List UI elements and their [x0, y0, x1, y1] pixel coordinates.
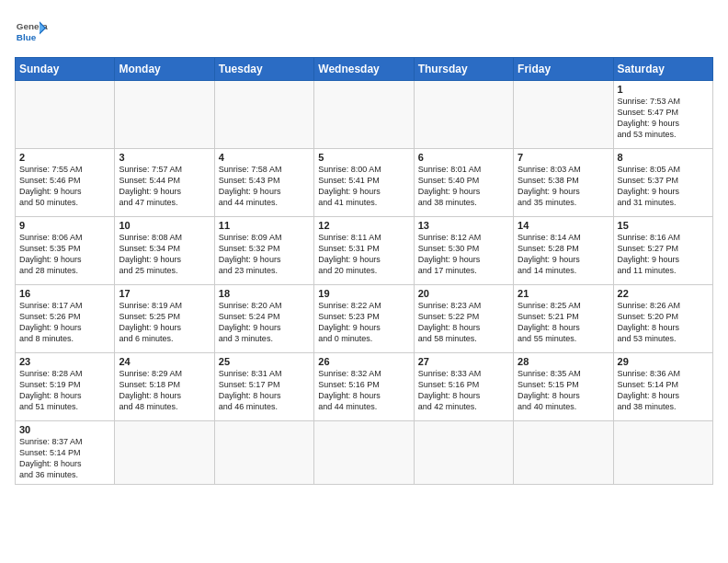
day-number: 17 [119, 288, 210, 299]
calendar-cell: 4Sunrise: 7:58 AMSunset: 5:43 PMDaylight… [214, 149, 313, 217]
day-number: 2 [19, 152, 110, 163]
calendar-cell: 17Sunrise: 8:19 AMSunset: 5:25 PMDayligh… [115, 285, 214, 353]
day-info: Sunrise: 8:32 AMSunset: 5:16 PMDaylight:… [318, 368, 409, 413]
calendar-cell: 2Sunrise: 7:55 AMSunset: 5:46 PMDaylight… [16, 149, 115, 217]
day-number: 29 [618, 356, 709, 367]
calendar-cell: 5Sunrise: 8:00 AMSunset: 5:41 PMDaylight… [314, 149, 414, 217]
calendar-cell: 18Sunrise: 8:20 AMSunset: 5:24 PMDayligh… [214, 285, 313, 353]
day-info: Sunrise: 8:11 AMSunset: 5:31 PMDaylight:… [318, 232, 409, 277]
calendar: SundayMondayTuesdayWednesdayThursdayFrid… [15, 57, 713, 485]
calendar-cell: 9Sunrise: 8:06 AMSunset: 5:35 PMDaylight… [16, 217, 115, 285]
calendar-cell: 12Sunrise: 8:11 AMSunset: 5:31 PMDayligh… [314, 217, 414, 285]
weekday-saturday: Saturday [613, 58, 712, 81]
day-info: Sunrise: 8:19 AMSunset: 5:25 PMDaylight:… [119, 300, 210, 345]
day-number: 3 [119, 152, 210, 163]
week-row-2: 2Sunrise: 7:55 AMSunset: 5:46 PMDaylight… [16, 149, 713, 217]
day-info: Sunrise: 8:01 AMSunset: 5:40 PMDaylight:… [418, 164, 509, 209]
calendar-cell: 11Sunrise: 8:09 AMSunset: 5:32 PMDayligh… [214, 217, 313, 285]
day-info: Sunrise: 7:58 AMSunset: 5:43 PMDaylight:… [219, 164, 310, 209]
day-info: Sunrise: 8:26 AMSunset: 5:20 PMDaylight:… [618, 300, 709, 345]
page: General Blue SundayMondayTuesdayWednesda… [0, 0, 728, 563]
day-info: Sunrise: 8:03 AMSunset: 5:38 PMDaylight:… [518, 164, 609, 209]
day-info: Sunrise: 7:57 AMSunset: 5:44 PMDaylight:… [119, 164, 210, 209]
week-row-1: 1Sunrise: 7:53 AMSunset: 5:47 PMDaylight… [16, 81, 713, 149]
day-info: Sunrise: 8:08 AMSunset: 5:34 PMDaylight:… [119, 232, 210, 277]
calendar-cell [314, 421, 414, 485]
week-row-6: 30Sunrise: 8:37 AMSunset: 5:14 PMDayligh… [16, 421, 713, 485]
day-number: 15 [618, 220, 709, 231]
calendar-cell: 22Sunrise: 8:26 AMSunset: 5:20 PMDayligh… [613, 285, 712, 353]
calendar-cell [214, 81, 313, 149]
day-info: Sunrise: 8:25 AMSunset: 5:21 PMDaylight:… [518, 300, 609, 345]
calendar-cell [214, 421, 313, 485]
day-info: Sunrise: 8:28 AMSunset: 5:19 PMDaylight:… [19, 368, 110, 413]
logo: General Blue [15, 15, 48, 48]
day-info: Sunrise: 8:20 AMSunset: 5:24 PMDaylight:… [219, 300, 310, 345]
weekday-header-row: SundayMondayTuesdayWednesdayThursdayFrid… [16, 58, 713, 81]
day-info: Sunrise: 8:05 AMSunset: 5:37 PMDaylight:… [618, 164, 709, 209]
calendar-cell: 30Sunrise: 8:37 AMSunset: 5:14 PMDayligh… [16, 421, 115, 485]
calendar-cell: 13Sunrise: 8:12 AMSunset: 5:30 PMDayligh… [414, 217, 513, 285]
day-number: 10 [119, 220, 210, 231]
calendar-cell [414, 81, 513, 149]
weekday-friday: Friday [514, 58, 613, 81]
calendar-cell [115, 81, 214, 149]
day-info: Sunrise: 8:37 AMSunset: 5:14 PMDaylight:… [19, 436, 110, 481]
calendar-cell: 24Sunrise: 8:29 AMSunset: 5:18 PMDayligh… [115, 353, 214, 421]
day-number: 18 [219, 288, 310, 299]
day-number: 22 [618, 288, 709, 299]
day-number: 9 [19, 220, 110, 231]
weekday-wednesday: Wednesday [314, 58, 414, 81]
day-info: Sunrise: 8:14 AMSunset: 5:28 PMDaylight:… [518, 232, 609, 277]
day-number: 8 [618, 152, 709, 163]
day-number: 30 [19, 424, 110, 435]
day-info: Sunrise: 8:09 AMSunset: 5:32 PMDaylight:… [219, 232, 310, 277]
week-row-4: 16Sunrise: 8:17 AMSunset: 5:26 PMDayligh… [16, 285, 713, 353]
calendar-cell [16, 81, 115, 149]
logo-icon: General Blue [15, 15, 48, 48]
day-info: Sunrise: 8:33 AMSunset: 5:16 PMDaylight:… [418, 368, 509, 413]
calendar-cell: 3Sunrise: 7:57 AMSunset: 5:44 PMDaylight… [115, 149, 214, 217]
day-number: 6 [418, 152, 509, 163]
calendar-cell: 10Sunrise: 8:08 AMSunset: 5:34 PMDayligh… [115, 217, 214, 285]
day-number: 21 [518, 288, 609, 299]
calendar-cell: 8Sunrise: 8:05 AMSunset: 5:37 PMDaylight… [613, 149, 712, 217]
day-number: 5 [318, 152, 409, 163]
day-number: 25 [219, 356, 310, 367]
day-info: Sunrise: 8:12 AMSunset: 5:30 PMDaylight:… [418, 232, 509, 277]
calendar-cell: 25Sunrise: 8:31 AMSunset: 5:17 PMDayligh… [214, 353, 313, 421]
calendar-cell: 23Sunrise: 8:28 AMSunset: 5:19 PMDayligh… [16, 353, 115, 421]
calendar-cell [613, 421, 712, 485]
weekday-sunday: Sunday [16, 58, 115, 81]
calendar-cell: 16Sunrise: 8:17 AMSunset: 5:26 PMDayligh… [16, 285, 115, 353]
day-info: Sunrise: 8:29 AMSunset: 5:18 PMDaylight:… [119, 368, 210, 413]
weekday-monday: Monday [115, 58, 214, 81]
calendar-cell: 7Sunrise: 8:03 AMSunset: 5:38 PMDaylight… [514, 149, 613, 217]
day-number: 23 [19, 356, 110, 367]
day-info: Sunrise: 7:53 AMSunset: 5:47 PMDaylight:… [618, 96, 709, 141]
calendar-cell [514, 421, 613, 485]
day-number: 16 [19, 288, 110, 299]
day-number: 14 [518, 220, 609, 231]
day-info: Sunrise: 8:16 AMSunset: 5:27 PMDaylight:… [618, 232, 709, 277]
day-info: Sunrise: 8:22 AMSunset: 5:23 PMDaylight:… [318, 300, 409, 345]
day-info: Sunrise: 8:00 AMSunset: 5:41 PMDaylight:… [318, 164, 409, 209]
calendar-cell: 21Sunrise: 8:25 AMSunset: 5:21 PMDayligh… [514, 285, 613, 353]
calendar-cell: 28Sunrise: 8:35 AMSunset: 5:15 PMDayligh… [514, 353, 613, 421]
weekday-thursday: Thursday [414, 58, 513, 81]
day-info: Sunrise: 8:36 AMSunset: 5:14 PMDaylight:… [618, 368, 709, 413]
calendar-cell: 29Sunrise: 8:36 AMSunset: 5:14 PMDayligh… [613, 353, 712, 421]
week-row-5: 23Sunrise: 8:28 AMSunset: 5:19 PMDayligh… [16, 353, 713, 421]
calendar-cell: 6Sunrise: 8:01 AMSunset: 5:40 PMDaylight… [414, 149, 513, 217]
week-row-3: 9Sunrise: 8:06 AMSunset: 5:35 PMDaylight… [16, 217, 713, 285]
weekday-tuesday: Tuesday [214, 58, 313, 81]
day-number: 24 [119, 356, 210, 367]
calendar-cell [115, 421, 214, 485]
calendar-cell: 26Sunrise: 8:32 AMSunset: 5:16 PMDayligh… [314, 353, 414, 421]
day-info: Sunrise: 8:31 AMSunset: 5:17 PMDaylight:… [219, 368, 310, 413]
day-info: Sunrise: 8:23 AMSunset: 5:22 PMDaylight:… [418, 300, 509, 345]
calendar-cell: 1Sunrise: 7:53 AMSunset: 5:47 PMDaylight… [613, 81, 712, 149]
day-number: 12 [318, 220, 409, 231]
day-number: 26 [318, 356, 409, 367]
day-number: 13 [418, 220, 509, 231]
